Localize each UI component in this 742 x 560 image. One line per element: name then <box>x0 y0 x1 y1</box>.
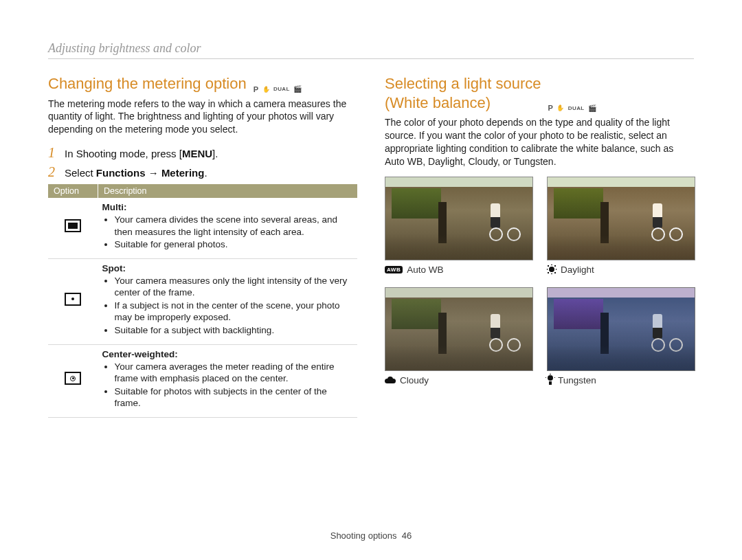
list-item: Your camera divides the scene into sever… <box>115 214 354 238</box>
left-heading-row: Changing the metering option P ✋ DUAL 🎬 <box>48 74 357 93</box>
mode-badges: P ✋ DUAL 🎬 <box>254 85 302 93</box>
page-footer: Shooting options 46 <box>0 530 742 541</box>
sample-photo <box>547 287 695 371</box>
columns: Changing the metering option P ✋ DUAL 🎬 … <box>48 74 694 418</box>
list-item: Your camera averages the meter reading o… <box>115 361 354 385</box>
dual-icon: DUAL <box>568 105 585 111</box>
sample-photo <box>385 177 533 260</box>
list-item: Suitable for general photos. <box>115 238 354 251</box>
movie-icon: 🎬 <box>293 85 302 93</box>
wb-label: Cloudy <box>385 375 532 385</box>
wb-sample-auto: AWB Auto WB <box>385 177 532 275</box>
mode-p-icon: P <box>548 104 553 112</box>
divider <box>48 58 694 59</box>
step-text: In Shooting mode, press [MENU]. <box>65 148 218 159</box>
right-column: Selecting a light source (White balance)… <box>385 74 694 418</box>
wb-label-text: Daylight <box>561 265 594 275</box>
wb-label-text: Auto WB <box>407 265 443 275</box>
tungsten-icon <box>547 375 554 385</box>
list-item: Suitable for a subject with backlighting… <box>115 324 354 337</box>
step-text-frag: . <box>204 167 207 179</box>
awb-icon: AWB <box>385 266 403 273</box>
footer-page-number: 46 <box>402 530 412 541</box>
left-heading: Changing the metering option <box>48 74 247 93</box>
step-2: 2 Select Functions → Metering. <box>48 165 357 179</box>
wb-label: AWB Auto WB <box>385 265 532 275</box>
table-row: Spot: Your camera measures only the ligh… <box>48 258 357 344</box>
wb-sample-cloudy: Cloudy <box>385 287 532 385</box>
sample-photo <box>547 177 695 260</box>
right-heading: Selecting a light source (White balance) <box>385 74 541 112</box>
list-item: Your camera measures only the light inte… <box>115 275 354 299</box>
wb-label-text: Tungsten <box>558 375 596 385</box>
wb-label: Tungsten <box>547 375 694 385</box>
heading-line: (White balance) <box>385 94 491 111</box>
step-text-frag: Select <box>65 167 96 179</box>
option-title-spot: Spot: <box>102 263 354 273</box>
wb-label-text: Cloudy <box>400 375 429 385</box>
hand-icon: ✋ <box>262 86 271 93</box>
sun-icon <box>547 265 556 274</box>
menu-path-metering: Metering <box>161 167 205 179</box>
step-text-frag: ]. <box>212 148 218 159</box>
white-balance-grid: AWB Auto WB Daylight Cloudy <box>385 177 694 385</box>
metering-multi-icon <box>65 219 81 232</box>
option-title-multi: Multi: <box>102 202 354 212</box>
table-row: Multi: Your camera divides the scene int… <box>48 198 357 258</box>
wb-label: Daylight <box>547 265 694 275</box>
menu-path-functions: Functions <box>96 167 146 179</box>
table-row: Center-weighted: Your camera averages th… <box>48 344 357 417</box>
movie-icon: 🎬 <box>588 104 597 112</box>
step-text-frag: In Shooting mode, press [ <box>65 148 182 159</box>
th-description: Description <box>98 184 358 198</box>
sample-photo <box>385 287 533 371</box>
th-option: Option <box>48 184 98 198</box>
arrow-icon: → <box>146 167 161 179</box>
step-1: 1 In Shooting mode, press [MENU]. <box>48 146 357 159</box>
option-title-center: Center-weighted: <box>102 349 354 359</box>
step-number: 1 <box>48 146 58 159</box>
right-intro: The color of your photo depends on the t… <box>385 116 694 168</box>
mode-badges: P ✋ DUAL 🎬 <box>548 104 596 112</box>
cloud-icon <box>385 377 396 383</box>
hand-icon: ✋ <box>556 104 565 111</box>
menu-button-label: MENU <box>182 148 212 159</box>
manual-page: Adjusting brightness and color Changing … <box>0 0 742 560</box>
steps-list: 1 In Shooting mode, press [MENU]. 2 Sele… <box>48 146 357 179</box>
list-item: If a subject is not in the center of the… <box>115 300 354 324</box>
step-number: 2 <box>48 165 58 179</box>
heading-line: Selecting a light source <box>385 75 541 92</box>
metering-center-icon <box>65 372 81 385</box>
wb-sample-daylight: Daylight <box>547 177 694 275</box>
wb-sample-tungsten: Tungsten <box>547 287 694 385</box>
option-bullets: Your camera measures only the light inte… <box>102 275 354 337</box>
left-intro: The metering mode refers to the way in w… <box>48 98 357 137</box>
step-text: Select Functions → Metering. <box>65 167 207 179</box>
left-column: Changing the metering option P ✋ DUAL 🎬 … <box>48 74 357 418</box>
section-heading: Adjusting brightness and color <box>48 41 694 56</box>
metering-options-table: Option Description Multi: Your camera di… <box>48 184 357 418</box>
option-bullets: Your camera averages the meter reading o… <box>102 361 354 410</box>
metering-spot-icon <box>65 293 81 306</box>
option-bullets: Your camera divides the scene into sever… <box>102 214 354 251</box>
list-item: Suitable for photos with subjects in the… <box>115 385 354 410</box>
right-heading-row: Selecting a light source (White balance)… <box>385 74 694 112</box>
dual-icon: DUAL <box>273 86 290 92</box>
footer-section: Shooting options <box>330 530 397 541</box>
mode-p-icon: P <box>254 85 259 93</box>
